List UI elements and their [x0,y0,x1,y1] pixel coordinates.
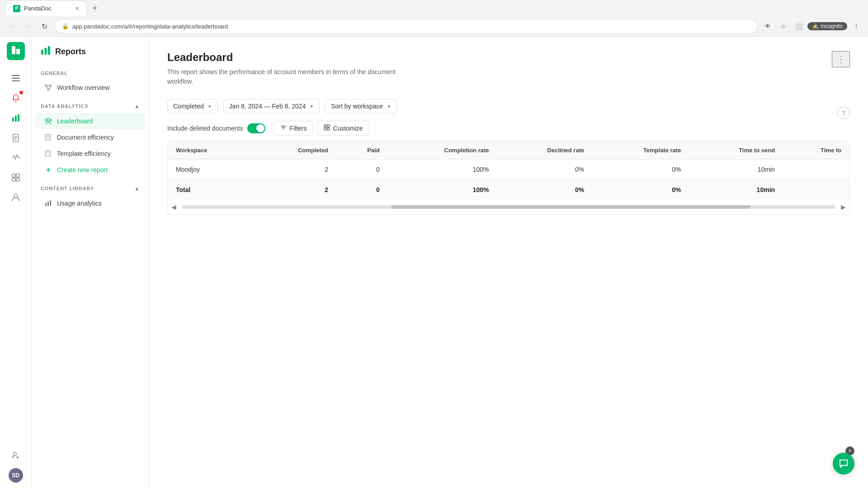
sidebar-icon-catalog[interactable] [7,169,25,187]
filters-btn-label: Filters [289,125,307,132]
menu-dots-button[interactable]: ⋮ [850,20,863,33]
bookmark-icon[interactable]: ☆ [777,20,789,33]
nav-item-create-new-report[interactable]: + Create new report [35,162,145,178]
date-range-chevron: ▼ [309,104,314,109]
toggle-label: Include deleted documents [167,125,243,132]
svg-line-29 [48,86,51,89]
nav-item-document-efficiency[interactable]: Document efficiency [35,129,145,145]
cell-time-to [783,160,849,180]
chat-widget-button[interactable] [833,453,854,474]
browser-tab[interactable]: P PandaDoc × [5,0,87,16]
date-range-filter-dropdown[interactable]: Jan 8, 2024 — Feb 8, 2024 ▼ [223,99,320,113]
col-header-workspace: Workspace [168,141,253,160]
app-logo[interactable] [7,42,25,60]
browser-chrome: P PandaDoc × + ← → ↻ 🔒 app.pandadoc.com/… [0,0,868,37]
more-options-button[interactable]: ⋮ [832,51,850,67]
svg-rect-6 [12,117,14,122]
split-view-icon[interactable]: ⬜ [792,20,805,33]
svg-rect-36 [46,150,50,156]
tab-close-button[interactable]: × [75,5,79,13]
nav-extras: 👁 ☆ ⬜ 🕵 Incognito ⋮ [761,20,863,33]
app-container: SD Reports GENERAL Workflow overview DAT… [0,37,868,488]
customize-button[interactable]: Customize [317,121,369,136]
main-content: Leaderboard This report shows the perfor… [149,37,868,488]
filters-button[interactable]: Filters [274,121,313,136]
section-label-data-analytics: DATA ANALYTICS [41,103,88,109]
cell-time-to-send: 10min [689,160,783,180]
svg-rect-3 [12,78,20,79]
new-tab-button[interactable]: + [89,2,101,14]
date-range-label: Jan 8, 2024 — Feb 8, 2024 [229,103,306,110]
svg-rect-14 [16,174,19,177]
svg-rect-16 [16,178,19,181]
svg-point-32 [45,119,47,121]
help-button[interactable]: ? [837,107,850,119]
status-filter-dropdown[interactable]: Completed ▼ [167,99,218,113]
svg-rect-0 [12,46,15,54]
tab-bar: P PandaDoc × + [0,0,868,16]
nav-sidebar: Reports GENERAL Workflow overview DATA A… [32,37,149,488]
col-header-declined-rate: Declined rate [497,141,593,160]
svg-rect-21 [41,50,43,55]
scroll-right-button[interactable]: ▶ [837,202,849,212]
section-header-content-library[interactable]: CONTENT LIBRARY ▲ [32,178,149,195]
section-header-data-analytics[interactable]: DATA ANALYTICS ▲ [32,96,149,113]
template-efficiency-icon [44,150,52,158]
tab-favicon: P [13,5,20,12]
lock-icon: 🔒 [62,23,69,29]
section-label-general: GENERAL [32,63,149,80]
logo-text [11,45,21,57]
sidebar-icon-documents[interactable] [7,129,25,147]
svg-rect-15 [12,178,15,181]
leaderboard-icon [44,117,52,125]
plus-icon: + [44,166,52,174]
svg-line-28 [46,86,48,89]
col-header-paid: Paid [336,141,388,160]
col-header-time-to-send: Time to send [689,141,783,160]
sidebar-icon-notifications[interactable] [7,89,25,107]
total-workspace: Total [168,180,253,200]
svg-rect-47 [327,128,330,130]
user-avatar[interactable]: SD [9,468,23,483]
scroll-left-button[interactable]: ◀ [168,202,180,212]
svg-point-26 [47,89,49,91]
sidebar-icon-reports[interactable] [7,109,25,127]
reload-button[interactable]: ↻ [38,20,51,33]
deleted-docs-toggle[interactable] [247,123,265,133]
sort-dropdown[interactable]: Sort by workspace ▼ [325,99,397,113]
add-contact-button[interactable] [7,446,25,465]
icon-sidebar: SD [0,37,32,488]
svg-rect-8 [18,114,19,122]
usage-analytics-icon [44,199,52,207]
nav-item-usage-analytics[interactable]: Usage analytics [35,195,145,211]
svg-rect-39 [47,202,49,206]
svg-point-25 [50,84,52,86]
horizontal-scrollbar[interactable]: ◀ ▶ [168,200,849,214]
sidebar-icon-contacts[interactable] [7,188,25,206]
total-paid: 0 [336,180,388,200]
leaderboard-table: Workspace Completed Paid Completion rate… [168,141,849,200]
total-time-to [783,180,849,200]
nav-item-workflow-overview[interactable]: Workflow overview [35,80,145,96]
cell-completed: 2 [253,160,336,180]
col-header-completed: Completed [253,141,336,160]
back-button[interactable]: ← [5,20,18,33]
cell-completion-rate: 100% [388,160,497,180]
forward-button[interactable]: → [22,20,34,33]
svg-rect-38 [45,203,47,206]
incognito-label: Incognito [821,23,843,29]
nav-item-leaderboard[interactable]: Leaderboard [35,113,145,129]
total-declined-rate: 0% [497,180,593,200]
svg-point-30 [47,118,50,121]
table-total-row: Total 2 0 100% 0% 0% 10min [168,180,849,200]
sidebar-icon-activity[interactable] [7,149,25,167]
nav-item-template-efficiency[interactable]: Template efficiency [35,145,145,162]
page-description: This report shows the performance of acc… [167,67,402,86]
filter-toggle-row: Include deleted documents Filters Custom… [167,121,850,136]
scroll-track [182,205,835,209]
table-row: Moodjoy 2 0 100% 0% 0% 10min [168,160,849,180]
sidebar-icon-menu[interactable] [7,69,25,87]
customize-icon [324,124,330,132]
address-bar[interactable]: 🔒 app.pandadoc.com/a/#/reporting/data-an… [54,19,758,33]
eye-slash-icon[interactable]: 👁 [761,20,774,33]
